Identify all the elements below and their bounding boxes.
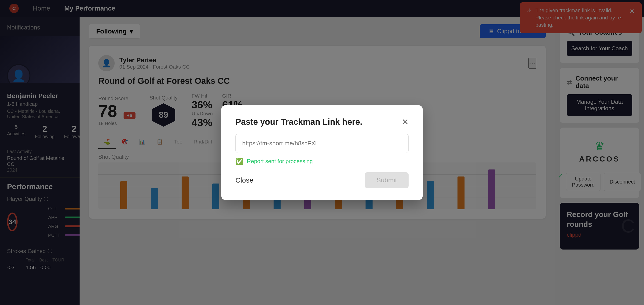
modal-close-x-button[interactable]: ✕ [402, 117, 408, 127]
modal-close-button[interactable]: Close [236, 176, 254, 184]
modal-title: Paste your Trackman Link here. [236, 117, 362, 127]
close-x-icon: ✕ [402, 117, 408, 127]
success-text: Report sent for processing [247, 158, 313, 164]
close-label: Close [236, 176, 254, 184]
success-icon: ✅ [236, 158, 244, 165]
trackman-modal: Paste your Trackman Link here. ✕ ✅ Repor… [222, 105, 422, 200]
submit-label: Submit [376, 176, 397, 184]
modal-success-message: ✅ Report sent for processing [236, 158, 408, 165]
modal-submit-button[interactable]: Submit [365, 172, 408, 188]
modal-overlay[interactable]: Paste your Trackman Link here. ✕ ✅ Repor… [0, 0, 644, 305]
modal-actions: Close Submit [236, 172, 408, 188]
trackman-link-input[interactable] [236, 134, 408, 153]
modal-header: Paste your Trackman Link here. ✕ [236, 117, 408, 127]
